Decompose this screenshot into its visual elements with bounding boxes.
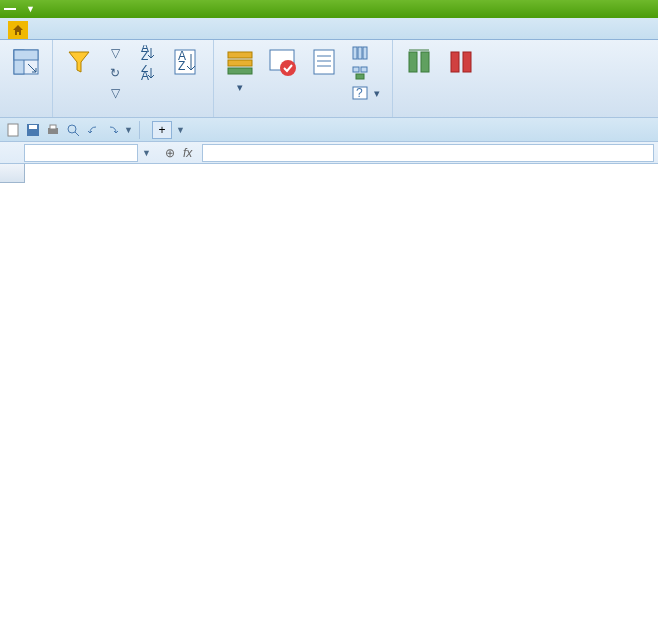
showall-button[interactable]: ▽ — [103, 44, 130, 62]
svg-rect-10 — [228, 52, 252, 58]
record-button[interactable] — [306, 44, 342, 82]
merge-icon — [352, 65, 368, 81]
app-brand — [4, 8, 16, 10]
add-tab-button[interactable]: + — [152, 121, 172, 139]
svg-rect-19 — [353, 47, 357, 59]
name-box-dropdown[interactable]: ▼ — [142, 148, 151, 158]
qat-dropdown[interactable]: ▼ — [124, 125, 133, 135]
svg-rect-12 — [228, 68, 252, 74]
tab-menu[interactable]: ▼ — [176, 125, 185, 135]
save-button[interactable] — [24, 121, 42, 139]
svg-rect-23 — [361, 67, 367, 72]
fx-icon[interactable]: fx — [183, 146, 192, 160]
svg-text:Z: Z — [178, 59, 185, 73]
sort-desc-icon: ZA — [140, 65, 156, 81]
group-button[interactable] — [401, 44, 437, 82]
svg-rect-29 — [451, 52, 459, 72]
group-icon — [403, 46, 435, 78]
title-bar: ▼ — [0, 0, 658, 18]
ungroup-icon — [445, 46, 477, 78]
autofilter-button[interactable] — [61, 44, 97, 82]
sort-asc-icon: AZ — [140, 45, 156, 61]
svg-rect-33 — [29, 125, 37, 129]
validity-button[interactable] — [264, 44, 300, 82]
redo-button[interactable] — [104, 121, 122, 139]
whatif-icon: ? — [352, 85, 368, 101]
svg-rect-28 — [421, 52, 429, 72]
svg-rect-31 — [8, 124, 18, 136]
sort-icon: AZ — [171, 46, 203, 78]
home-icon[interactable] — [8, 21, 28, 39]
svg-rect-27 — [409, 52, 417, 72]
ribbon: ▽ ↻ ▽ AZ ZA AZ ▾ — [0, 40, 658, 118]
quick-access-doctabs: ▼ + ▼ — [0, 118, 658, 142]
consolidate-button[interactable] — [348, 64, 384, 82]
funnel-small-icon: ▽ — [107, 45, 123, 61]
svg-rect-21 — [363, 47, 367, 59]
advanced-filter-icon: ▽ — [107, 85, 123, 101]
svg-text:?: ? — [356, 86, 363, 100]
pivot-table-button[interactable] — [8, 44, 44, 82]
svg-rect-24 — [356, 74, 364, 79]
formula-bar: ▼ ⊕ fx — [0, 142, 658, 164]
reapply-button[interactable]: ↻ — [103, 64, 130, 82]
svg-rect-2 — [14, 50, 38, 60]
svg-rect-20 — [358, 47, 362, 59]
check-circle-icon — [266, 46, 298, 78]
print-button[interactable] — [44, 121, 62, 139]
svg-rect-30 — [463, 52, 471, 72]
svg-line-37 — [75, 132, 79, 136]
ribbon-tabs — [0, 18, 658, 40]
group-data-tools: ▾ ? ▾ — [214, 40, 393, 117]
name-box[interactable] — [24, 144, 138, 162]
form-icon — [308, 46, 340, 78]
formula-input[interactable] — [202, 144, 654, 162]
ungroup-button[interactable] — [443, 44, 479, 82]
svg-text:Z: Z — [141, 49, 148, 61]
select-all-corner[interactable] — [0, 164, 25, 183]
svg-rect-15 — [314, 50, 334, 74]
duplicate-icon — [224, 46, 256, 78]
group-sort-filter: ▽ ↻ ▽ AZ ZA AZ — [53, 40, 214, 117]
svg-text:A: A — [141, 69, 149, 81]
svg-rect-22 — [353, 67, 359, 72]
advanced-button[interactable]: ▽ — [103, 84, 130, 102]
svg-rect-11 — [228, 60, 252, 66]
funnel-icon — [63, 46, 95, 78]
preview-button[interactable] — [64, 121, 82, 139]
whatif-button[interactable]: ? ▾ — [348, 84, 384, 102]
paste-name-icon[interactable]: ⊕ — [165, 146, 175, 160]
refresh-icon: ↻ — [107, 65, 123, 81]
columns-icon — [352, 45, 368, 61]
group-table — [0, 40, 53, 117]
new-file-button[interactable] — [4, 121, 22, 139]
title-dropdown-icon[interactable]: ▼ — [26, 4, 35, 14]
duplicate-button[interactable]: ▾ — [222, 44, 258, 96]
split-button[interactable] — [348, 44, 384, 62]
svg-rect-35 — [50, 125, 56, 129]
group-outline — [393, 40, 487, 117]
undo-button[interactable] — [84, 121, 102, 139]
pivot-table-icon — [10, 46, 42, 78]
spreadsheet — [0, 164, 658, 639]
sort-desc-button[interactable]: ZA — [136, 64, 163, 82]
svg-point-14 — [280, 60, 296, 76]
svg-point-36 — [68, 125, 76, 133]
sort-asc-button[interactable]: AZ — [136, 44, 163, 62]
sort-button[interactable]: AZ — [169, 44, 205, 82]
